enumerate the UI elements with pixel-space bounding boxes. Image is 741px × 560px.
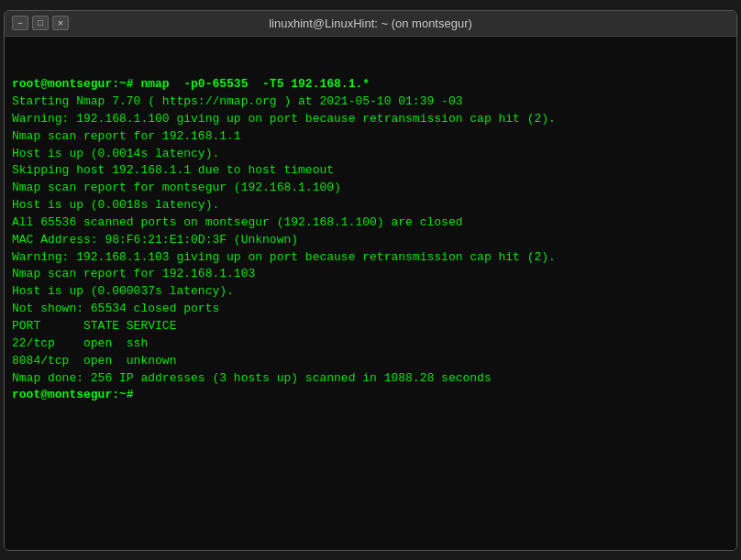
terminal-line: 8084/tcp open unknown [12, 353, 729, 370]
terminal-line: root@montsegur:~# [12, 387, 729, 404]
minimize-button[interactable]: – [12, 16, 28, 30]
terminal-line: Host is up (0.0018s latency). [12, 197, 729, 214]
terminal-line: PORT STATE SERVICE [12, 318, 729, 335]
terminal-line: Nmap scan report for 192.168.1.103 [12, 266, 729, 283]
terminal-line: Host is up (0.0014s latency). [12, 146, 729, 163]
terminal-line: Host is up (0.000037s latency). [12, 283, 729, 301]
terminal-line: Warning: 192.168.1.100 giving up on port… [12, 111, 729, 128]
maximize-button[interactable]: □ [32, 16, 49, 30]
terminal-window: – □ ✕ linuxhint@LinuxHint: ~ (on montseg… [4, 10, 737, 551]
terminal-line: MAC Address: 98:F6:21:E1:0D:3F (Unknown) [12, 232, 729, 249]
terminal-line: All 65536 scanned ports on montsegur (19… [12, 214, 729, 232]
terminal-line: Nmap done: 256 IP addresses (3 hosts up)… [12, 370, 729, 388]
terminal-line: Nmap scan report for montsegur (192.168.… [12, 180, 729, 197]
terminal-line: 22/tcp open ssh [12, 335, 729, 353]
terminal-line: Starting Nmap 7.70 ( https://nmap.org ) … [12, 93, 729, 111]
terminal-output[interactable]: root@montsegur:~# nmap -p0-65535 -T5 192… [5, 37, 736, 550]
title-bar: – □ ✕ linuxhint@LinuxHint: ~ (on montseg… [5, 11, 736, 37]
window-title: linuxhint@LinuxHint: ~ (on montsegur) [269, 16, 472, 30]
terminal-line: Not shown: 65534 closed ports [12, 301, 729, 318]
close-button[interactable]: ✕ [52, 16, 69, 30]
terminal-line: root@montsegur:~# nmap -p0-65535 -T5 192… [12, 76, 729, 93]
terminal-line: Warning: 192.168.1.103 giving up on port… [12, 249, 729, 267]
terminal-line: Skipping host 192.168.1.1 due to host ti… [12, 162, 729, 180]
terminal-line: Nmap scan report for 192.168.1.1 [12, 128, 729, 146]
window-controls[interactable]: – □ ✕ [12, 16, 69, 30]
